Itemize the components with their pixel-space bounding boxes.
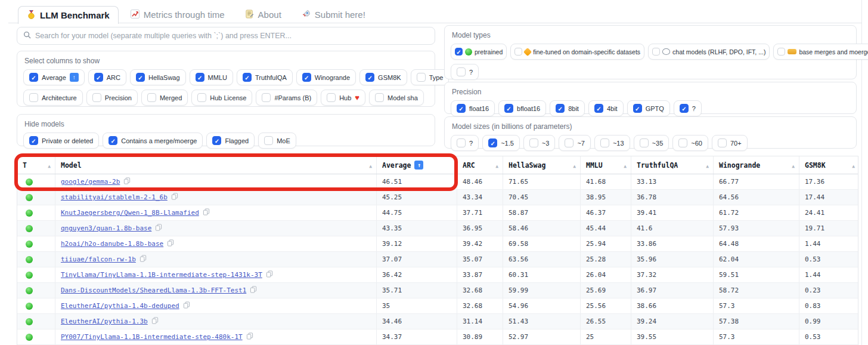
tab-submit-here[interactable]: Submit here! <box>293 6 374 23</box>
checkbox-pill[interactable]: ~1.5 <box>482 135 520 151</box>
model-link[interactable]: TinyLlama/TinyLlama-1.1B-intermediate-st… <box>61 271 262 279</box>
pill-label: base merges and moerges <box>799 48 868 56</box>
pill-label: ~1.5 <box>501 140 514 147</box>
checkbox-pill[interactable]: ~7 <box>559 135 591 151</box>
checkbox-pill[interactable]: TruthfulQA <box>237 69 293 85</box>
checkbox-pill[interactable]: Contains a merge/moerge <box>103 133 203 149</box>
tab-metrics-through-time[interactable]: Metrics through time <box>122 6 233 23</box>
model-link[interactable]: h2oai/h2o-danube-1.8b-base <box>61 240 163 248</box>
column-header[interactable]: MMLU <box>581 156 631 174</box>
copy-icon[interactable] <box>171 193 178 202</box>
model-link[interactable]: Dans-DiscountModels/ShearedLlama-1.3b-FF… <box>61 287 246 294</box>
checkbox-pill[interactable]: Average <box>23 69 85 85</box>
score-cell-gsm8k: 1.44 <box>799 236 859 251</box>
checkbox-pill[interactable]: Private or deleted <box>23 133 99 149</box>
checkbox-pill[interactable]: GSM8K <box>359 69 407 85</box>
column-header[interactable]: T <box>17 156 55 174</box>
column-header[interactable]: ARC <box>457 156 503 174</box>
checkbox-pill[interactable]: ~60 <box>672 135 708 151</box>
checkbox-pill[interactable]: Precision <box>86 90 138 106</box>
table-row: tiiuae/falcon-rw-1b 37.07 35.07 63.56 25… <box>17 252 858 267</box>
copy-icon[interactable] <box>183 301 190 310</box>
copy-icon[interactable] <box>155 224 162 233</box>
checkbox-pill[interactable]: Hub License <box>191 90 252 106</box>
model-link[interactable]: stabilityai/stablelm-2-1_6b <box>61 193 168 201</box>
table-row: TinyLlama/TinyLlama-1.1B-intermediate-st… <box>17 267 858 283</box>
checkbox-pill[interactable]: Merged <box>141 90 188 106</box>
search-input[interactable] <box>35 32 429 40</box>
checkbox-pill[interactable]: ~3 <box>523 135 556 151</box>
checkbox-pill[interactable]: ARC <box>88 69 126 85</box>
checkbox-pill[interactable]: Hub <box>321 90 365 106</box>
checkbox-pill[interactable]: 4bit <box>588 100 624 116</box>
column-header[interactable]: GSM8K <box>799 156 859 174</box>
checkbox-pill[interactable]: chat models (RLHF, DPO, IFT, ...) <box>648 44 770 60</box>
model-link[interactable]: EleutherAI/pythia-1.4b-deduped <box>61 302 179 310</box>
column-header[interactable]: Average <box>377 156 457 174</box>
precision-pill-row: float16 bfloat16 8bit 4bit <box>445 96 856 116</box>
checkbox-pill[interactable]: ? <box>451 135 479 151</box>
checkbox-pill[interactable]: MMLU <box>190 69 233 85</box>
tab-llm-benchmark[interactable]: LLM Benchmark <box>18 6 119 24</box>
status-cell <box>17 329 55 344</box>
checkbox-pill[interactable]: float16 <box>451 100 495 116</box>
model-link[interactable]: PY007/TinyLlama-1.1B-intermediate-step-4… <box>61 333 243 341</box>
column-header[interactable]: TruthfulQA <box>631 156 714 174</box>
checkbox-pill[interactable]: Winogrande <box>296 69 356 85</box>
checkbox-pill[interactable]: GPTQ <box>627 100 670 116</box>
pill-label: ? <box>469 140 473 147</box>
copy-icon[interactable] <box>203 208 210 217</box>
copy-icon[interactable] <box>246 332 253 341</box>
copy-icon[interactable] <box>151 317 159 326</box>
copy-icon[interactable] <box>266 270 273 279</box>
checkbox-pill[interactable]: #Params (B) <box>256 90 317 106</box>
table-body: google/gemma-2b 46.51 48.46 71.65 41.68 … <box>17 174 858 345</box>
checkbox <box>417 73 426 82</box>
column-header[interactable]: HellaSwag <box>503 156 581 174</box>
checkbox-pill[interactable]: 8bit <box>550 100 585 116</box>
column-header[interactable]: Model <box>55 156 377 174</box>
checkbox-pill[interactable]: ~35 <box>634 135 669 151</box>
model-link[interactable]: google/gemma-2b <box>61 178 120 186</box>
copy-icon[interactable] <box>250 286 257 295</box>
copy-icon[interactable] <box>167 239 174 248</box>
checkbox-pill[interactable]: ? <box>674 100 702 116</box>
model-link[interactable]: tiiuae/falcon-rw-1b <box>61 255 136 263</box>
checkbox-pill[interactable]: ~13 <box>594 135 630 151</box>
speech-bubble-icon <box>662 48 670 55</box>
checkbox-pill[interactable]: bfloat16 <box>498 100 546 116</box>
checkbox-pill[interactable]: MoE <box>258 133 296 149</box>
score-cell-average: 45.25 <box>377 190 457 205</box>
checkbox-pill[interactable]: Type <box>411 69 450 85</box>
checkbox-pill[interactable]: Architecture <box>23 90 83 106</box>
checkbox-pill[interactable]: pretrained <box>451 44 507 60</box>
copy-icon[interactable] <box>123 177 131 186</box>
score-cell-hellaswag: 71.65 <box>503 174 581 189</box>
checkbox-pill[interactable]: Flagged <box>206 133 255 149</box>
pill-label: float16 <box>469 105 489 112</box>
tab-about[interactable]: About <box>237 6 290 23</box>
pretrained-status-icon <box>26 287 33 294</box>
score-cell-average: 39.12 <box>377 236 457 251</box>
pill-label: fine-tuned on domain-specific datasets <box>533 48 640 56</box>
pill-label: ? <box>692 105 696 112</box>
checkbox-pill[interactable]: 70+ <box>712 135 748 151</box>
status-cell <box>17 298 55 313</box>
score-cell-arc: 30.89 <box>457 329 503 344</box>
model-link[interactable]: EleutherAI/pythia-1.3b <box>61 318 148 325</box>
score-cell-truthfulqa: 39.41 <box>631 205 714 220</box>
pill-label: ? <box>469 69 473 76</box>
model-link[interactable]: qnguyen3/quan-1.8b-base <box>61 224 151 232</box>
copy-icon[interactable] <box>140 255 147 264</box>
score-cell-hellaswag: 69.58 <box>503 236 581 251</box>
column-header[interactable]: Winogrande <box>714 156 799 174</box>
checkbox-pill[interactable]: base merges and moerges <box>773 44 868 60</box>
checkbox-pill[interactable]: fine-tuned on domain-specific datasets <box>510 44 644 60</box>
pretrained-status-icon <box>26 225 33 232</box>
score-cell-gsm8k: 0.83 <box>799 298 859 313</box>
checkbox-pill[interactable]: ? <box>451 64 479 80</box>
checkbox-pill[interactable]: HellaSwag <box>130 69 186 85</box>
model-link[interactable]: KnutJaegersberg/Qwen-1_8B-Llamafied <box>61 209 199 217</box>
table-row: qnguyen3/quan-1.8b-base 43.35 36.95 58.4… <box>17 221 858 236</box>
checkbox-pill[interactable]: Model sha <box>369 90 424 106</box>
